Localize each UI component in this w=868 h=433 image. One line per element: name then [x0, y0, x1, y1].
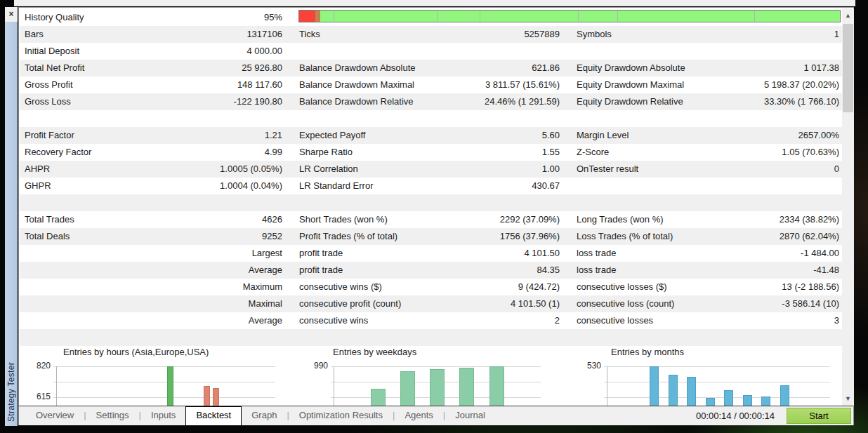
report-value: 5.60 — [412, 127, 560, 144]
progress-separator — [754, 11, 755, 22]
tab-optimization-results[interactable]: Optimization Results — [289, 406, 393, 425]
desktop-background: × Strategy Tester History Quality95%Bars… — [0, 0, 868, 433]
bar — [724, 390, 733, 406]
report-value: -1 484.00 — [685, 245, 839, 262]
report-value: 84.35 — [412, 262, 560, 279]
progress-separator — [617, 11, 618, 22]
entry-distribution-charts: Entries by hours (Asia,Europe,USA)820615… — [20, 346, 842, 406]
report-value: 3 — [685, 312, 839, 329]
bar — [459, 368, 474, 406]
report-value: 2657.00% — [685, 127, 839, 144]
report-value: 25 926.80 — [125, 60, 282, 76]
report-row: Profit Factor1.21Expected Payoff5.60Marg… — [20, 127, 842, 144]
report-value: 1 — [685, 26, 839, 43]
scroll-down-icon[interactable]: ▼ — [842, 392, 854, 405]
report-value: 1.05 (70.63%) — [685, 144, 839, 161]
panel-title: Strategy Tester — [6, 362, 16, 422]
report-value: Maximal — [125, 295, 282, 312]
report-value: 4 000.00 — [125, 43, 282, 60]
report-value: 0 — [685, 161, 839, 178]
chart-title: Entries by hours (Asia,Europe,USA) — [63, 347, 209, 357]
report-value: 2 — [412, 312, 560, 329]
report-value: 9 (424.72) — [412, 279, 560, 295]
tab-inputs[interactable]: Inputs — [141, 406, 185, 425]
report-row: Maximumconsecutive wins ($)9 (424.72)con… — [20, 279, 842, 295]
tab-journal[interactable]: Journal — [445, 406, 495, 425]
report-value: 4.99 — [125, 144, 282, 161]
report-row: Recovery Factor4.99Sharpe Ratio1.55Z-Sco… — [20, 144, 842, 161]
progress-separator — [480, 11, 480, 22]
tab-agents[interactable]: Agents — [395, 406, 442, 425]
bar — [761, 397, 770, 406]
gridline — [53, 397, 275, 398]
scrollbar-thumb[interactable] — [843, 24, 853, 112]
y-axis — [607, 366, 607, 406]
close-icon[interactable]: × — [5, 7, 18, 22]
report-value: 1.0005 (0.05%) — [125, 161, 282, 178]
progress-segment-errors — [299, 11, 315, 22]
vertical-scrollbar[interactable]: ▲ ▼ — [842, 8, 854, 406]
report-value: 9252 — [125, 228, 282, 245]
report-value: 3 811.57 (15.61%) — [412, 76, 560, 93]
chart-title: Entries by months — [611, 347, 684, 357]
scroll-up-icon[interactable]: ▲ — [842, 9, 854, 22]
report-value: 1.00 — [412, 161, 560, 178]
bar — [430, 369, 445, 406]
start-button[interactable]: Start — [787, 408, 851, 424]
report-row: Maximalconsecutive profit (count)4 101.5… — [20, 295, 842, 312]
gridline — [604, 382, 830, 382]
bar — [371, 389, 386, 406]
bar — [489, 366, 504, 406]
progress-separator — [437, 11, 438, 22]
gridline — [604, 397, 830, 398]
y-tick-label: 615 — [27, 392, 51, 401]
tab-overview[interactable]: Overview — [26, 406, 84, 425]
report-value: 4626 — [125, 211, 282, 228]
report-value: 5257889 — [412, 26, 560, 43]
progress-separator — [578, 11, 579, 22]
gridline — [53, 366, 275, 367]
report-row: AHPR1.0005 (0.05%)LR Correlation1.00OnTe… — [20, 161, 842, 178]
report-value: 148 117.60 — [125, 76, 282, 93]
gridline — [331, 366, 541, 367]
bar — [650, 366, 659, 406]
report-row: Averageconsecutive wins2consecutive loss… — [20, 312, 842, 329]
report-row: Bars1317106Ticks5257889Symbols1 — [20, 26, 842, 43]
report-value: 13 (-2 188.56) — [685, 279, 839, 295]
bar — [213, 388, 219, 406]
report-row: Largestprofit trade4 101.50loss trade-1 … — [20, 245, 842, 262]
report-value: 5 198.37 (20.02%) — [685, 76, 839, 93]
tab-backtest[interactable]: Backtest — [185, 406, 242, 425]
report-row: Averageprofit trade84.35loss trade-41.48 — [20, 262, 842, 279]
y-tick-label: 530 — [577, 361, 601, 371]
y-axis — [56, 366, 57, 406]
history-quality-progressbar — [298, 10, 841, 22]
bar — [204, 386, 210, 406]
report-value: 1.0004 (0.04%) — [125, 178, 282, 194]
bar — [706, 398, 715, 406]
progress-segment-warnings — [315, 11, 320, 22]
tester-tab-bar: Overview|Settings|InputsBacktestGraph|Op… — [19, 406, 853, 425]
tab-graph[interactable]: Graph — [242, 406, 287, 425]
strategy-tester-side-strip[interactable]: Strategy Tester — [5, 22, 18, 426]
toolbar-strip — [14, 0, 855, 6]
report-value: 2334 (38.82%) — [685, 211, 839, 228]
report-row — [20, 194, 842, 211]
bar — [167, 366, 173, 406]
strategy-tester-panel: History Quality95%Bars1317106Ticks525788… — [18, 7, 854, 425]
tab-settings[interactable]: Settings — [86, 406, 139, 425]
report-value: Average — [125, 262, 282, 279]
bar — [400, 371, 415, 406]
gridline — [604, 366, 830, 367]
report-row: GHPR1.0004 (0.04%)LR Standard Error430.6… — [20, 178, 842, 194]
report-row — [20, 329, 842, 346]
report-value: 1 017.38 — [685, 60, 839, 76]
progress-segment-tested — [320, 11, 840, 22]
progress-separator — [334, 11, 334, 22]
gridline — [53, 382, 275, 382]
chart-title: Entries by weekdays — [333, 347, 416, 357]
report-value: 4 101.50 — [412, 245, 560, 262]
y-tick-label: 820 — [27, 361, 51, 371]
report-value: 1.55 — [412, 144, 560, 161]
report-row: Total Trades4626Short Trades (won %)2292… — [20, 211, 842, 228]
